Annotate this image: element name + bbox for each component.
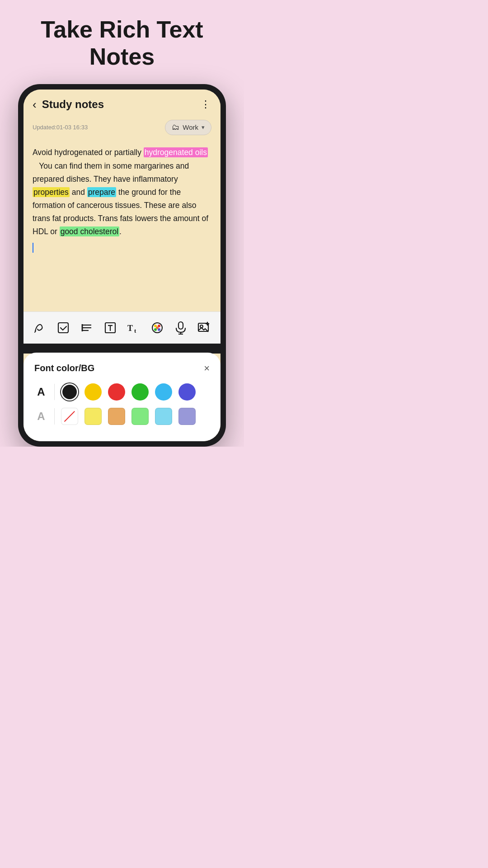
hero-title: Take Rich Text Notes (0, 0, 244, 84)
svg-point-15 (156, 326, 159, 329)
updated-timestamp: Updated:01-03 16:33 (33, 124, 88, 131)
color-yellow[interactable] (84, 383, 102, 401)
close-panel-button[interactable]: × (204, 363, 210, 374)
color-blue[interactable] (155, 383, 172, 401)
highlight-cyan-text: prepare (87, 187, 116, 197)
highlight-yellow-text: properties (33, 187, 70, 197)
font-color-row: A (34, 383, 210, 401)
color-red[interactable] (108, 383, 125, 401)
font-size-icon[interactable]: T t (124, 318, 143, 337)
color-panel-header: Font color/BG × (34, 363, 210, 374)
bg-none[interactable] (61, 408, 78, 425)
svg-rect-16 (178, 322, 183, 329)
bg-label-a: A (34, 410, 48, 423)
black-strip (23, 344, 221, 354)
color-purple[interactable] (178, 383, 196, 401)
bg-blue[interactable] (178, 408, 196, 425)
bg-green[interactable] (131, 408, 149, 425)
highlight-pink-text: hydrogenated oils (144, 147, 208, 157)
phone-mockup: ‹ Study notes ⋮ Updated:01-03 16:33 🗂 Wo… (18, 84, 226, 447)
folder-icon: 🗂 (172, 123, 179, 132)
text-box-icon[interactable] (101, 318, 120, 337)
image-add-icon[interactable] (195, 318, 214, 337)
text-list-icon[interactable] (77, 318, 96, 337)
bg-yellow[interactable] (84, 408, 102, 425)
checkbox-icon[interactable] (54, 318, 73, 337)
note-content[interactable]: Avoid hydrogenated or partially hydrogen… (23, 140, 221, 311)
svg-text:t: t (134, 327, 136, 334)
top-bar: ‹ Study notes ⋮ (23, 90, 221, 117)
back-button[interactable]: ‹ (33, 98, 37, 112)
handwriting-icon[interactable] (30, 318, 49, 337)
toolbar: T t (23, 311, 221, 344)
cursor-line[interactable] (33, 238, 211, 257)
chevron-down-icon: ▾ (202, 124, 205, 131)
color-panel: Font color/BG × A A (23, 353, 221, 441)
divider (54, 384, 55, 400)
color-panel-title: Font color/BG (34, 363, 94, 373)
more-options-button[interactable]: ⋮ (201, 99, 211, 110)
meta-row: Updated:01-03 16:33 🗂 Work ▾ (23, 117, 221, 140)
content-paragraph-2: You can find them in some margarines and… (33, 160, 211, 238)
text-cursor (33, 243, 33, 253)
bg-cyan[interactable] (155, 408, 172, 425)
note-title: Study notes (42, 98, 201, 111)
svg-rect-0 (58, 323, 68, 333)
microphone-icon[interactable] (171, 318, 190, 337)
color-green[interactable] (131, 383, 149, 401)
folder-name: Work (183, 123, 198, 131)
bg-orange[interactable] (108, 408, 125, 425)
bg-color-row: A (34, 408, 210, 425)
phone-screen: ‹ Study notes ⋮ Updated:01-03 16:33 🗂 Wo… (23, 90, 221, 441)
svg-text:T: T (127, 324, 133, 333)
content-paragraph-1: Avoid hydrogenated or partially hydrogen… (33, 146, 211, 159)
divider-2 (54, 408, 55, 425)
font-label-a: A (34, 386, 48, 398)
color-black[interactable] (61, 383, 78, 401)
color-palette-icon[interactable] (148, 318, 167, 337)
folder-badge[interactable]: 🗂 Work ▾ (165, 120, 211, 135)
highlight-green-text: good cholesterol (60, 226, 119, 236)
